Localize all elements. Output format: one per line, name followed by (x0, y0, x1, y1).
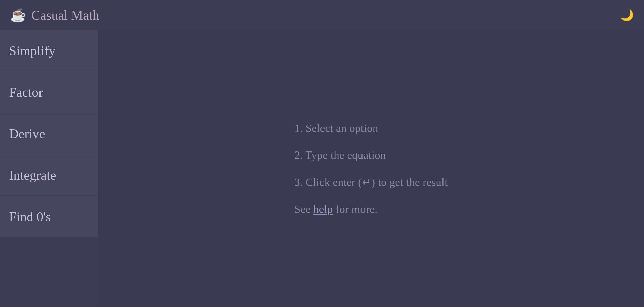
instruction-step-2: 2. Type the equation (294, 149, 448, 162)
help-link[interactable]: help (313, 203, 333, 215)
help-prefix: See (294, 203, 313, 215)
instructions-panel: 1. Select an option 2. Type the equation… (279, 107, 463, 231)
app-header: ☕ Casual Math 🌙 (0, 0, 644, 30)
help-text: See help for more. (294, 203, 448, 216)
content-area: 1. Select an option 2. Type the equation… (98, 30, 644, 307)
help-suffix: for more. (333, 203, 378, 215)
instruction-step-3: 3. Click enter (↵) to get the result (294, 176, 448, 189)
sidebar-item-integrate[interactable]: Integrate (0, 155, 98, 196)
sidebar-item-factor[interactable]: Factor (0, 72, 98, 113)
sidebar-item-derive[interactable]: Derive (0, 113, 98, 155)
sidebar-item-find-zeros[interactable]: Find 0's (0, 196, 98, 237)
app-title: Casual Math (31, 8, 99, 23)
sidebar-item-simplify[interactable]: Simplify (0, 30, 98, 72)
coffee-icon: ☕ (10, 8, 26, 23)
main-layout: Simplify Factor Derive Integrate Find 0'… (0, 30, 644, 307)
theme-toggle-button[interactable]: 🌙 (620, 9, 634, 22)
sidebar: Simplify Factor Derive Integrate Find 0'… (0, 30, 98, 307)
header-left: ☕ Casual Math (10, 8, 99, 23)
instruction-step-1: 1. Select an option (294, 122, 448, 135)
